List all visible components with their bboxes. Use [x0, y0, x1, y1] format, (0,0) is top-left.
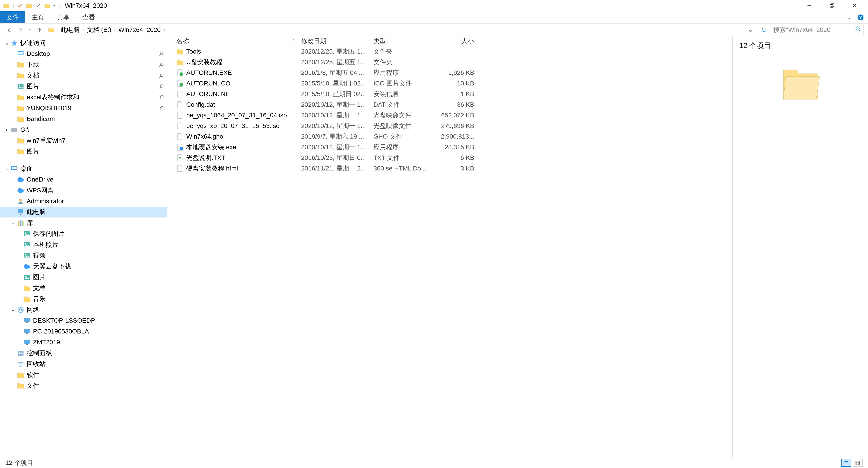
expand-icon[interactable]: ⌄: [9, 307, 16, 313]
minimize-button[interactable]: [798, 0, 820, 11]
tree-item[interactable]: 下载 ⚲: [0, 59, 167, 70]
tree-item[interactable]: ⌄ 网络: [0, 304, 167, 315]
cloud2-icon: [23, 262, 31, 271]
cell-date: 2016/1/8, 星期五 04:...: [298, 68, 371, 77]
cell-name: AUTORUN.INF: [167, 90, 298, 98]
file-row[interactable]: Win7x64.gho 2019/9/7, 星期六 19:... GHO 文件 …: [167, 131, 733, 142]
expand-icon[interactable]: ›: [3, 127, 10, 133]
tree-item[interactable]: Desktop ⚲: [0, 49, 167, 59]
tree-item[interactable]: ⌄ 库: [0, 218, 167, 228]
file-row[interactable]: AUTORUN.EXE 2016/1/8, 星期五 04:... 应用程序 1,…: [167, 67, 733, 78]
tree-item[interactable]: PC-20190530OBLA: [0, 326, 167, 337]
folder-icon: [16, 371, 25, 379]
nav-history-dropdown[interactable]: [27, 25, 33, 34]
pic-icon: [23, 229, 31, 238]
folder-icon[interactable]: [2, 2, 10, 10]
tree-label: 下载: [27, 60, 159, 69]
file-row[interactable]: pe_yqs_1064_20_07_31_16_04.iso 2020/10/1…: [167, 110, 733, 121]
tree-item[interactable]: ⌄ 快速访问: [0, 37, 167, 49]
nav-forward-button[interactable]: [16, 25, 25, 34]
close-qa-icon[interactable]: [34, 2, 42, 10]
file-row[interactable]: AUTORUN.INF 2015/5/10, 星期日 02... 安装信息 1 …: [167, 89, 733, 99]
chevron-right-icon[interactable]: ›: [56, 27, 58, 33]
tree-label: DESKTOP-LSSOEDP: [33, 317, 163, 324]
ribbon-expand-icon[interactable]: ⌄: [846, 13, 851, 21]
file-row[interactable]: pe_yqs_xp_20_07_31_15_53.iso 2020/10/12,…: [167, 121, 733, 131]
column-date[interactable]: 修改日期: [298, 36, 371, 46]
tree-item[interactable]: 本机照片: [0, 239, 167, 250]
tab-file[interactable]: 文件: [0, 11, 25, 23]
close-button[interactable]: [843, 0, 866, 11]
navigation-pane[interactable]: ⌄ 快速访问 Desktop ⚲ 下载 ⚲ 文档 ⚲ 图片 ⚲ excel表格制…: [0, 36, 167, 457]
tree-item[interactable]: OneDrive: [0, 174, 167, 185]
refresh-button[interactable]: [760, 25, 769, 34]
column-name[interactable]: 名称⌃: [167, 36, 298, 46]
tree-item[interactable]: 回收站: [0, 358, 167, 369]
expand-icon[interactable]: ⌄: [3, 166, 10, 171]
file-row[interactable]: 硬盘安装教程.html 2016/11/21, 星期一 2... 360 se …: [167, 163, 733, 174]
tree-item[interactable]: win7重装win7: [0, 135, 167, 146]
file-row[interactable]: Tools 2020/12/25, 星期五 1... 文件夹: [167, 46, 733, 57]
tree-item[interactable]: 音乐: [0, 293, 167, 304]
tree-item[interactable]: 文件: [0, 380, 167, 391]
txt-icon: [176, 154, 184, 161]
tree-item[interactable]: 软件: [0, 369, 167, 380]
icons-view-button[interactable]: [852, 459, 863, 467]
column-headers: 名称⌃ 修改日期 类型 大小: [167, 36, 733, 46]
tree-item[interactable]: 文档: [0, 283, 167, 293]
file-row[interactable]: U盘安装教程 2020/12/25, 星期五 1... 文件夹: [167, 57, 733, 67]
user-icon: [16, 197, 25, 206]
tree-item[interactable]: ⌄ 桌面: [0, 163, 167, 174]
cell-size: 36 KB: [432, 101, 477, 108]
help-icon[interactable]: ?: [858, 14, 864, 20]
tree-item[interactable]: 控制面板: [0, 348, 167, 358]
search-input[interactable]: 搜索"Win7x64_2020": [771, 25, 864, 35]
tab-home[interactable]: 主页: [25, 11, 51, 23]
tree-item[interactable]: YUNQISHI2019 ⚲: [0, 103, 167, 114]
tree-item[interactable]: excel表格制作求和 ⚲: [0, 92, 167, 103]
details-view-button[interactable]: [841, 459, 851, 467]
tree-item[interactable]: 图片 ⚲: [0, 81, 167, 92]
tree-item[interactable]: Bandicam: [0, 114, 167, 124]
address-dropdown-icon[interactable]: ⌄: [748, 26, 753, 33]
tree-item[interactable]: 天翼云盘下载: [0, 261, 167, 272]
check-icon[interactable]: [16, 2, 24, 10]
file-row[interactable]: Config.dat 2020/10/12, 星期一 1... DAT 文件 3…: [167, 99, 733, 110]
search-icon[interactable]: [855, 26, 861, 33]
tree-item[interactable]: ZMT2019: [0, 337, 167, 348]
file-rows[interactable]: Tools 2020/12/25, 星期五 1... 文件夹 U盘安装教程 20…: [167, 46, 733, 457]
breadcrumb-item[interactable]: 此电脑: [60, 26, 81, 34]
file-row[interactable]: 本地硬盘安装.exe 2020/10/12, 星期一 1... 应用程序 28,…: [167, 142, 733, 152]
tree-item[interactable]: 图片: [0, 272, 167, 283]
tree-item[interactable]: Administrator: [0, 196, 167, 207]
expand-icon[interactable]: ⌄: [9, 220, 16, 226]
tree-item[interactable]: 保存的图片: [0, 228, 167, 239]
nav-up-button[interactable]: [35, 25, 44, 34]
maximize-button[interactable]: [820, 0, 843, 11]
tree-item[interactable]: DESKTOP-LSSOEDP: [0, 315, 167, 326]
column-type[interactable]: 类型: [371, 36, 432, 46]
separator: |: [59, 3, 60, 8]
nav-back-button[interactable]: [4, 25, 13, 34]
address-bar[interactable]: › 此电脑 › 文档 (E:) › Win7x64_2020 › ⌄: [46, 25, 757, 35]
tree-item[interactable]: 文档 ⚲: [0, 70, 167, 81]
expand-icon[interactable]: ⌄: [3, 40, 10, 46]
tree-item[interactable]: 图片: [0, 146, 167, 157]
tab-view[interactable]: 查看: [76, 11, 101, 23]
breadcrumb-item[interactable]: 文档 (E:): [86, 26, 112, 34]
file-row[interactable]: AUTORUN.ICO 2015/5/10, 星期日 02... ICO 图片文…: [167, 78, 733, 89]
tree-item[interactable]: WPS网盘: [0, 185, 167, 196]
app-icon[interactable]: [43, 2, 51, 10]
qat-dropdown-icon[interactable]: [52, 2, 56, 10]
tab-share[interactable]: 共享: [51, 11, 76, 23]
breadcrumb-item[interactable]: Win7x64_2020: [118, 26, 162, 33]
chevron-right-icon[interactable]: ›: [163, 27, 165, 33]
chevron-right-icon[interactable]: ›: [82, 27, 84, 33]
file-row[interactable]: 光盘说明.TXT 2016/10/23, 星期日 0... TXT 文件 5 K…: [167, 152, 733, 163]
tree-item[interactable]: › G:\: [0, 124, 167, 135]
folder-icon[interactable]: [25, 2, 33, 10]
column-size[interactable]: 大小: [432, 36, 477, 46]
tree-item[interactable]: 此电脑: [0, 207, 167, 218]
chevron-right-icon[interactable]: ›: [114, 27, 116, 33]
tree-item[interactable]: 视频: [0, 250, 167, 261]
